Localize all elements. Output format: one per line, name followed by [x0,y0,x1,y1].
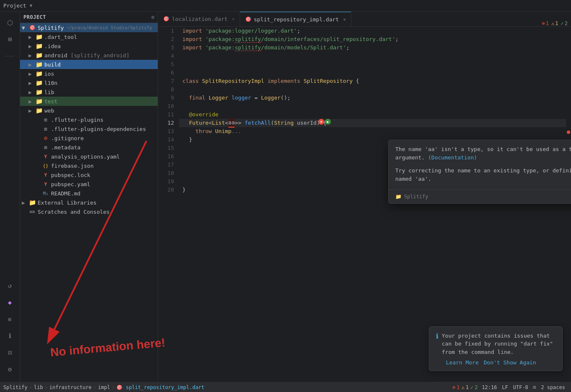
breadcrumb-filename[interactable]: 🎯 split_repository_impl.dart [116,384,204,390]
ext-libs-icon: 📁 [28,199,36,206]
tree-item-ios[interactable]: ▶ 📁 ios [20,69,158,78]
tree-item-firebase-json[interactable]: {} firebase.json [20,161,158,170]
learn-more-link[interactable]: Learn More [446,359,479,366]
ok-status-icon: ✓ [470,384,473,390]
status-position[interactable]: 12:16 [479,384,499,390]
breadcrumb-item-4[interactable]: impl [98,384,110,390]
more-icon[interactable]: ··· [3,49,18,64]
var-logger: logger [231,94,251,102]
error-status-icon: ⊗ [452,384,455,390]
breadcrumb-item-2[interactable]: lib [34,384,43,390]
path-label: ~/praca/Android Studio/Splitify [67,25,152,31]
error-count: 1 [546,20,549,26]
documentation-link[interactable]: (Documentation) [428,154,477,161]
warning-icon: ⚠ [551,20,554,26]
line-num-4: 4 [161,52,174,60]
tree-item-external-libs[interactable]: ▶ 📁 External Libraries [20,198,158,207]
layout-icon[interactable]: ⊡ [3,345,18,360]
tree-item-build[interactable]: ▶ 📁 build [20,60,158,69]
status-errors[interactable]: ⊗ 1 [452,384,459,390]
folder-icon: 📁 [35,88,43,96]
line-num-8: 8 [161,85,174,94]
gem-icon[interactable]: ◆ [3,295,18,310]
breadcrumb-item-1[interactable]: Splitify [3,384,28,390]
terminal-icon[interactable]: ⊞ [3,312,18,327]
status-charset[interactable]: UTF-8 [510,384,530,390]
breadcrumb-item-3[interactable]: infrastructure [49,384,92,390]
status-indent[interactable]: 2 spaces [538,384,568,390]
tree-item-flutter-plugins-deps[interactable]: ≡ .flutter-plugins-dependencies [20,124,158,133]
line-num-20: 20 [161,186,174,194]
title-bar: Project ▼ [0,0,571,12]
indent-14 [182,136,189,144]
gutter-error-indicator[interactable] [567,131,570,134]
status-bar-right: ⊗ 1 ⚠ 1 ✓ 2 12:16 LF UTF-8 ⊡ [452,384,568,390]
angle-open: < [209,119,212,127]
tree-item-gitignore[interactable]: ⊘ .gitignore [20,133,158,143]
tree-item-flutter-plugins[interactable]: ≡ .flutter-plugins [20,115,158,124]
line-num-6: 6 [161,69,174,77]
tree-item-metadata[interactable]: ≡ .metadata [20,143,158,152]
tree-item-lib[interactable]: ▶ 📁 lib [20,87,158,97]
run-indicator[interactable]: ▶ [325,119,331,125]
tree-item-web[interactable]: ▶ 📁 web [20,106,158,115]
test-label: test [44,98,57,105]
lf-label: LF [502,384,508,390]
tree-item-idea[interactable]: ▶ 📁 .idea [20,41,158,51]
warn-status-count: 1 [466,384,469,390]
code-line-7: class SplitRepositoryImpl implements Spl… [179,77,571,85]
tree-item-android[interactable]: ▶ 📁 android [splitify_android] [20,51,158,60]
space [202,44,205,52]
keyword-throw: throw [195,127,212,136]
sidebar-menu-icon[interactable]: ⚙ [151,14,154,20]
external-libs-label: External Libraries [38,200,97,206]
space [202,35,205,44]
vcs-icon[interactable]: ↺ [3,278,18,293]
line-num-9: 9 [161,94,174,102]
tree-item-l10n[interactable]: ▶ 📁 l10n [20,78,158,87]
info-icon[interactable]: ℹ [3,328,18,343]
plugin-icon[interactable]: ⚙ [3,362,18,377]
tree-item-readme[interactable]: M↓ README.md [20,189,158,198]
tab-split-repo[interactable]: 🎯 split_repository_impl.dart ✕ [240,12,351,26]
annotation-override: @override [189,110,218,119]
tab-close-split-repo[interactable]: ✕ [343,17,346,22]
ok-badge: ✓ 2 [561,20,568,26]
file-icon: ≡ [42,125,49,133]
status-ok[interactable]: ✓ 2 [470,384,477,390]
keyword-final: final [189,94,205,102]
space [300,77,304,85]
line-num-12: 12 [161,119,174,127]
pubspec-yaml-label: pubspec.yaml [51,181,90,187]
space [241,119,245,127]
tree-item-pubspec-yaml[interactable]: Y pubspec.yaml [20,179,158,189]
left-icon-bar: ⬡ ⊞ ··· ↺ ◆ ⊞ ℹ ⊡ ⚙ [0,12,20,382]
structure-icon[interactable]: ⊞ [3,32,18,47]
notification-actions: Learn More Don't Show Again [436,359,556,366]
line-num-18: 18 [161,169,174,177]
param-userid: userId [297,119,317,127]
status-warnings[interactable]: ⚠ 1 [461,384,469,390]
tree-item-splitify-root[interactable]: ▼ 🎯 Splitify ~/praca/Android Studio/Spli… [20,23,158,32]
dont-show-link[interactable]: Don't Show Again [484,359,536,366]
left-icons-bottom: ↺ ◆ ⊞ ℹ ⊡ ⚙ [3,278,18,382]
tree-item-pubspec-lock[interactable]: Y pubspec.lock [20,170,158,179]
tree-item-dart-tool[interactable]: ▶ 📁 .dart_tool [20,32,158,41]
tree-item-analysis-options[interactable]: Y analysis_options.yaml [20,152,158,161]
breadcrumb-sep-3: › [93,384,96,390]
recent-files-icon[interactable]: ⬡ [3,15,18,30]
tree-item-scratches[interactable]: ≡≡ Scratches and Consoles [20,207,158,216]
status-lf[interactable]: LF [499,384,510,390]
type-list: List [212,119,225,127]
status-file-icon[interactable]: ⊡ [531,384,539,390]
folder-icon: 📁 [35,61,43,68]
tree-item-test[interactable]: ▶ 📁 test [20,97,158,106]
folder-icon: 📁 [35,51,43,59]
md-icon: M↓ [42,190,49,197]
title-dropdown[interactable]: ▼ [30,3,33,8]
line-num-19: 19 [161,177,174,186]
project-label[interactable]: Project [3,3,26,9]
tab-localization[interactable]: 🎯 localization.dart ✕ [158,12,240,26]
error-indicator[interactable]: ⊗ [318,119,324,125]
tab-close-localization[interactable]: ✕ [232,16,235,22]
